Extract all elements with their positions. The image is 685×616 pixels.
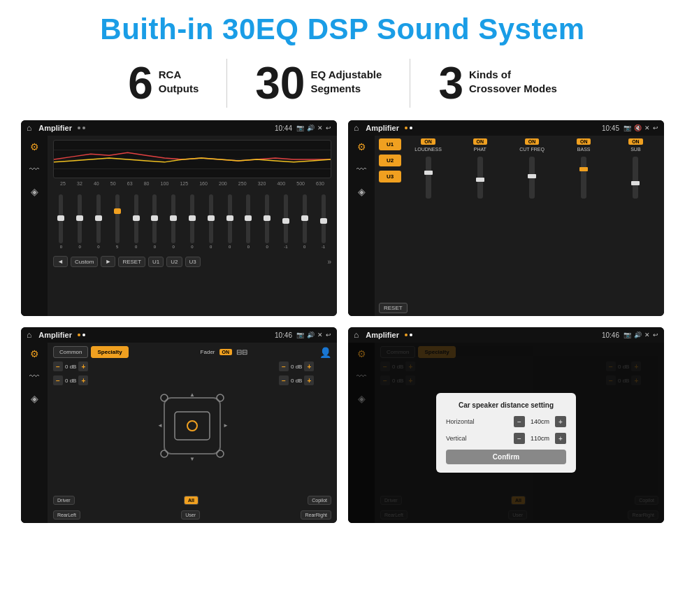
preset-u2[interactable]: U2 — [379, 155, 401, 166]
dot-o4 — [405, 334, 408, 336]
back-icon-2[interactable]: ↩ — [653, 124, 658, 131]
minus-bl[interactable]: − — [53, 375, 63, 385]
tab-specialty[interactable]: Specialty — [91, 346, 128, 358]
close-icon-1[interactable]: ✕ — [317, 124, 323, 131]
minus-tl[interactable]: − — [53, 361, 63, 371]
ch-sub: ON SUB — [612, 138, 660, 297]
plus-br[interactable]: + — [304, 375, 314, 385]
status-bar-dsp: ⌂ Amplifier 10:45 📷 🔇 ✕ ↩ — [348, 120, 664, 136]
u1-btn[interactable]: U1 — [148, 257, 164, 267]
volume-icon-2: 🔇 — [634, 124, 642, 131]
slider-track-7[interactable] — [171, 194, 175, 243]
slider-track-11[interactable] — [246, 194, 250, 243]
dsp-reset-btn[interactable]: RESET — [379, 303, 408, 313]
next-btn[interactable]: ► — [101, 256, 115, 267]
dot-orange — [405, 127, 408, 129]
camera-icon-3: 📷 — [296, 331, 304, 338]
wave-icon-3[interactable]: 〰 — [29, 371, 39, 382]
plus-bl[interactable]: + — [78, 375, 88, 385]
sub-slider[interactable] — [633, 157, 638, 199]
wave-icon-1[interactable]: 〰 — [29, 164, 39, 175]
tab-common[interactable]: Common — [53, 346, 88, 358]
slider-track-2[interactable] — [78, 194, 82, 243]
slider-track-4[interactable] — [115, 194, 120, 243]
stat-crossover: 3 Kinds of Crossover Modes — [410, 61, 584, 106]
slider-track-14[interactable] — [303, 194, 307, 243]
slider-col-1: 0 — [53, 194, 69, 249]
horizontal-minus[interactable]: − — [514, 416, 525, 427]
eq-icon-3[interactable]: ⚙ — [30, 348, 39, 359]
plus-tr[interactable]: + — [304, 361, 314, 371]
speaker-icon-2[interactable]: ◈ — [358, 186, 366, 197]
slider-track-10[interactable] — [228, 194, 232, 243]
rearleft-btn[interactable]: RearLeft — [53, 510, 80, 520]
slider-track-8[interactable] — [190, 194, 194, 243]
home-icon-3[interactable]: ⌂ — [27, 330, 31, 340]
user-btn[interactable]: User — [181, 510, 200, 520]
u2-btn[interactable]: U2 — [166, 257, 182, 267]
slider-col-5: 0 — [128, 194, 144, 249]
plus-tl[interactable]: + — [78, 361, 88, 371]
time-4: 10:46 — [602, 331, 619, 339]
bass-slider[interactable] — [581, 157, 586, 199]
fader-on-badge[interactable]: ON — [219, 349, 233, 355]
preset-u3[interactable]: U3 — [379, 171, 401, 182]
rearright-btn[interactable]: RearRight — [301, 510, 331, 520]
sub-on[interactable]: ON — [628, 138, 643, 145]
slider-track-12[interactable] — [265, 194, 269, 243]
slider-track-6[interactable] — [152, 194, 157, 243]
phat-slider[interactable] — [477, 157, 483, 199]
preset-u1[interactable]: U1 — [379, 138, 401, 150]
speaker-icon-3[interactable]: ◈ — [31, 393, 38, 404]
slider-track-15[interactable] — [322, 194, 326, 243]
slider-track-5[interactable] — [134, 194, 138, 243]
confirm-button[interactable]: Confirm — [446, 450, 566, 464]
eq-icon-2[interactable]: ⚙ — [357, 141, 366, 152]
slider-col-10: 0 — [222, 194, 238, 249]
slider-track-13[interactable] — [284, 194, 288, 243]
user-icon[interactable]: 👤 — [319, 347, 331, 358]
dot-white — [410, 127, 412, 129]
copilot-btn[interactable]: Copilot — [308, 496, 331, 505]
cutfreq-on[interactable]: ON — [525, 138, 540, 145]
slider-track-9[interactable] — [209, 194, 213, 243]
amp-sidebar-3: ⚙ 〰 ◈ — [21, 343, 48, 523]
close-icon-3[interactable]: ✕ — [317, 331, 323, 338]
cutfreq-slider[interactable] — [529, 157, 535, 199]
minus-br[interactable]: − — [279, 375, 289, 385]
vertical-label: Vertical — [446, 435, 467, 442]
home-icon[interactable]: ⌂ — [27, 123, 31, 133]
back-icon-4[interactable]: ↩ — [653, 331, 658, 338]
wave-icon-2[interactable]: 〰 — [356, 164, 366, 175]
loudness-on[interactable]: ON — [421, 138, 435, 145]
reset-btn-1[interactable]: RESET — [118, 257, 145, 267]
horizontal-plus[interactable]: + — [555, 416, 566, 427]
prev-btn[interactable]: ◄ — [53, 256, 68, 267]
bass-on[interactable]: ON — [577, 138, 591, 145]
loudness-slider[interactable] — [426, 157, 431, 199]
expand-icon[interactable]: » — [327, 258, 331, 266]
vertical-minus[interactable]: − — [514, 433, 525, 444]
driver-btn[interactable]: Driver — [53, 496, 75, 505]
back-icon-1[interactable]: ↩ — [326, 124, 331, 131]
speaker-icon-1[interactable]: ◈ — [31, 186, 38, 197]
slider-track-3[interactable] — [96, 194, 101, 243]
phat-on[interactable]: ON — [473, 138, 488, 145]
slider-track-1[interactable] — [59, 194, 63, 243]
freq-80: 80 — [144, 181, 150, 186]
minus-tr[interactable]: − — [279, 361, 289, 371]
vertical-row: Vertical − 110cm + — [446, 433, 566, 444]
preset-label: Custom — [71, 257, 99, 267]
all-btn[interactable]: All — [184, 496, 199, 505]
fader-slider-icon[interactable]: ⊟⊟ — [236, 348, 247, 356]
home-icon-4[interactable]: ⌂ — [354, 330, 359, 340]
vertical-plus[interactable]: + — [555, 433, 566, 444]
close-icon-2[interactable]: ✕ — [644, 124, 650, 131]
eq-icon[interactable]: ⚙ — [30, 141, 39, 152]
home-icon-2[interactable]: ⌂ — [354, 123, 359, 133]
close-icon-4[interactable]: ✕ — [644, 331, 650, 338]
back-icon-3[interactable]: ↩ — [326, 331, 331, 338]
amp-title-3: Amplifier — [38, 331, 72, 339]
freq-250: 250 — [238, 181, 247, 186]
u3-btn[interactable]: U3 — [185, 257, 201, 267]
